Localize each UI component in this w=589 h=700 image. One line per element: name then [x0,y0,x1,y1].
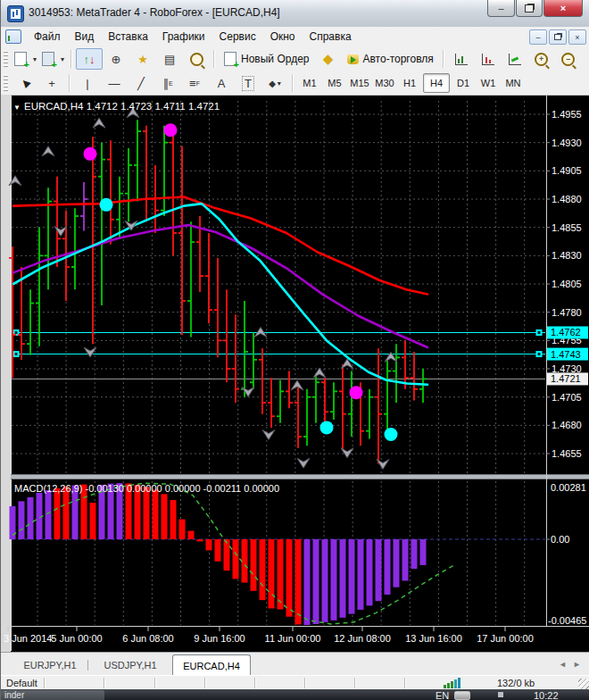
zoom-in-icon: + [535,53,548,66]
timeframe-button-m30[interactable]: M30 [373,73,396,93]
chart-plot-surface[interactable] [12,101,545,474]
favorites-button[interactable]: ★ [129,48,156,70]
timeframe-button-mn[interactable]: MN [502,73,525,93]
chart-window-icon[interactable] [5,29,21,44]
keyboard-icon[interactable] [454,691,470,700]
macd-axis-zero-label: 0.00 [551,534,569,545]
vertical-line-button[interactable]: | [74,72,101,94]
trendline-button[interactable]: ╱ [128,72,154,94]
macd-histogram-bar [394,539,400,588]
macd-histogram-bar [260,539,266,600]
indicator-icon: ◆ [323,51,334,67]
chart-area[interactable]: ▼EURCAD,H4 1.4712 1.4723 1.4711 1.47211.… [1,95,589,652]
tick-chart-button[interactable]: ↑↓ [76,48,103,70]
minimize-button[interactable]: – [487,0,515,17]
macd-histogram-bar [46,490,52,539]
timeframe-button-m1[interactable]: M1 [298,73,321,93]
crosshair-button[interactable]: + [38,72,65,94]
timeframe-button-m5[interactable]: M5 [323,73,346,93]
data-window-button[interactable] [183,48,210,70]
cursor-button[interactable]: ▶ [12,72,38,94]
mdi-restore-button[interactable] [549,29,567,45]
menu-item-3[interactable]: Графики [155,28,212,46]
macd-histogram-bar [402,539,409,580]
resize-grip[interactable] [578,679,589,689]
auto-trading-button[interactable]: Авто-торговля [342,49,439,69]
candle-chart-mode-button[interactable] [475,48,502,70]
close-button[interactable]: × [543,0,583,17]
macd-histogram-bar [313,539,319,624]
profiles-button[interactable]: ▾ [39,48,67,70]
taskbar-window-button[interactable]: inder [1,690,104,700]
menu-item-6[interactable]: Справка [303,28,359,46]
timeframe-button-w1[interactable]: W1 [477,73,500,93]
toolbar-drag-handle[interactable] [4,75,8,91]
mt4-logo-icon [7,5,24,22]
new-chart-button[interactable]: ▾ [12,48,39,70]
channel-button[interactable]: ∥E [154,72,181,94]
price-axis-label: 1.4805 [552,279,582,289]
menu-item-1[interactable]: Вид [68,28,102,46]
mdi-minimize-button[interactable]: – [529,29,547,45]
macd-histogram-bar [251,539,257,591]
price-axis-label: 1.4655 [552,448,582,459]
menu-item-0[interactable]: Файл [27,28,68,46]
tab-scroll-left-button[interactable]: ◄ [559,660,567,669]
mdi-close-button[interactable]: × [568,29,586,45]
zoom-in-button[interactable]: + [528,48,555,70]
indicators-button[interactable]: ◆ [315,48,342,70]
tab-scroll-right-button[interactable]: ► [573,660,581,669]
chart-tab-eurjpy-h1[interactable]: EURJPY,H1 [12,656,88,674]
zoom-out-button[interactable]: – [555,48,582,70]
restore-icon [525,4,534,12]
text-icon: A [218,77,226,90]
new-order-button[interactable]: Новый Ордер [219,49,314,69]
auto-trading-label: Авто-торговля [363,53,434,65]
toolbar-separator [213,50,215,68]
crosshair-tool-button[interactable]: ⊕ [103,48,129,70]
macd-histogram-bar [411,539,418,569]
bar-chart-mode-button[interactable] [448,48,475,70]
toolbar-drag-handle[interactable] [4,51,8,67]
price-axis-label: 1.4855 [552,222,582,233]
macd-histogram-bar [153,489,159,539]
language-indicator[interactable]: EN [436,690,449,700]
status-profile[interactable]: Default [6,678,42,688]
menu-item-2[interactable]: Вставка [101,28,155,46]
text-button[interactable]: A [208,72,235,94]
timeframe-button-m15[interactable]: M15 [348,73,371,93]
menu-item-5[interactable]: Окно [263,28,303,46]
zoom-out-icon: – [561,53,575,66]
new-order-icon [224,52,236,66]
macd-histogram-bar [420,539,427,565]
profiles-icon [42,52,54,66]
macd-histogram-bar [170,500,177,539]
macd-histogram-bar [358,539,364,610]
text-label-button[interactable]: T [235,72,261,94]
taskbar-clock[interactable]: 10:22 [534,690,559,700]
market-watch-button[interactable]: ▤ [156,48,183,70]
restore-button[interactable] [516,0,543,17]
timeframe-button-h1[interactable]: H1 [398,73,421,93]
price-axis-label: 1.4680 [552,420,582,430]
menu-item-4[interactable]: Сервис [212,28,263,46]
panel-splitter[interactable] [11,475,589,479]
macd-axis-min-label: -0.00465 [548,615,586,626]
trendline-icon: ╱ [137,77,145,90]
toolbar-standard: ▾ ▾ ↑↓ ⊕ ★ ▤ Новый Ордер ◆ Авто-торговля… [1,46,589,72]
horizontal-line-button[interactable]: — [101,72,128,94]
connection-status-icon [444,679,461,688]
line-chart-mode-button[interactable] [502,48,528,70]
timeframe-button-h4[interactable]: H4 [423,73,450,93]
timeframe-button-d1[interactable]: D1 [452,73,475,93]
star-icon: ★ [137,53,148,66]
fibonacci-button[interactable]: ≡F [181,72,208,94]
macd-histogram-bar [376,539,382,601]
shapes-button[interactable]: ◆▾ [261,72,288,94]
window-title: 3014953: MetaTrader 4 - RoboForex - [EUR… [29,6,280,19]
crosshair-icon: ⊕ [112,53,121,66]
tray-icon[interactable] [498,692,503,697]
chart-tab-usdjpy-h1[interactable]: USDJPY,H1 [92,656,169,674]
horizontal-line-icon: — [109,77,120,90]
chart-tab-eurcad-h4[interactable]: EURCAD,H4 [172,654,251,677]
